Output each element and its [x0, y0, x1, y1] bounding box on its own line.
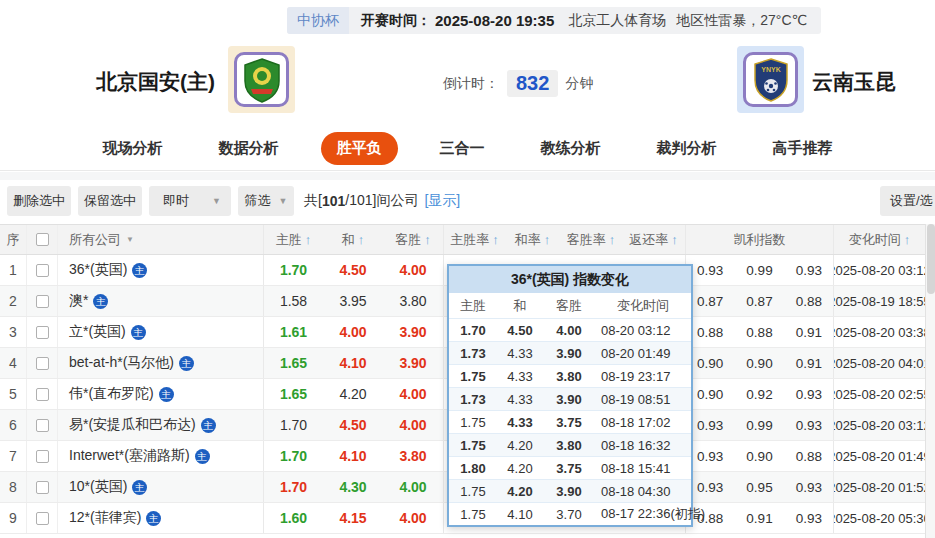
row-checkbox[interactable]: [36, 512, 49, 525]
delete-selected-button[interactable]: 删除选中: [7, 186, 71, 216]
tab-expert-picks[interactable]: 高手推荐: [759, 132, 847, 165]
row-checkbox[interactable]: [36, 295, 49, 308]
header-return-rate[interactable]: 返还率↑: [622, 225, 685, 254]
row-checkbox[interactable]: [36, 357, 49, 370]
sort-asc-icon[interactable]: ↑: [492, 232, 499, 247]
tab-three-in-one[interactable]: 三合一: [426, 132, 499, 165]
kelly-value: 0.93: [697, 480, 723, 495]
settings-button[interactable]: 设置/选: [880, 186, 935, 216]
sort-asc-icon[interactable]: ↑: [904, 232, 911, 247]
tab-coach-analysis[interactable]: 教练分析: [527, 132, 615, 165]
kelly-cell: 0.880.880.91: [685, 317, 833, 347]
company-name[interactable]: Interwet*(塞浦路斯): [69, 447, 190, 465]
company-name[interactable]: bet-at-h*(马尔他): [69, 354, 174, 372]
draw-odds: 4.50: [323, 410, 383, 440]
tab-referee-analysis[interactable]: 裁判分析: [643, 132, 731, 165]
header-home-rate[interactable]: 主胜率↑: [443, 225, 505, 254]
tab-data-analysis[interactable]: 数据分析: [205, 132, 293, 165]
away-shield-icon: YNYK: [752, 57, 790, 103]
kelly-value: 0.88: [746, 325, 772, 340]
home-odds: 1.70: [263, 472, 323, 502]
select-all-checkbox[interactable]: [36, 233, 49, 246]
popup-header-time: 变化时间: [595, 297, 691, 315]
popup-draw-odds: 4.20: [497, 438, 543, 453]
popup-draw-odds: 4.10: [497, 507, 543, 522]
row-checkbox-cell: [26, 410, 57, 440]
filter-dropdown[interactable]: 筛选 ▼: [238, 186, 294, 216]
row-checkbox[interactable]: [36, 326, 49, 339]
away-team-logo: YNYK: [737, 46, 804, 113]
kelly-cell: 0.930.990.93: [685, 255, 833, 285]
header-kelly: 凯利指数: [685, 225, 833, 254]
kelly-cell: 0.930.950.93: [685, 472, 833, 502]
popup-draw-odds: 4.20: [497, 461, 543, 476]
sort-asc-icon[interactable]: ↑: [609, 232, 616, 247]
show-link[interactable]: [显示]: [424, 192, 460, 210]
row-checkbox[interactable]: [36, 481, 49, 494]
company-cell: 伟*(直布罗陀)主: [57, 379, 263, 409]
header-draw-odds[interactable]: 和↑: [323, 225, 383, 254]
row-seq: 5: [0, 379, 26, 409]
header-draw-rate[interactable]: 和率↑: [505, 225, 560, 254]
keep-selected-button[interactable]: 保留选中: [78, 186, 142, 216]
header-company[interactable]: 所有公司 ▼: [57, 225, 263, 254]
popup-row: 1.754.333.7508-18 17:02: [449, 410, 691, 433]
draw-odds: 4.50: [323, 255, 383, 285]
row-checkbox[interactable]: [36, 264, 49, 277]
vertical-scrollbar[interactable]: [925, 224, 935, 538]
chevron-down-icon: ▼: [126, 235, 134, 244]
tab-live-analysis[interactable]: 现场分析: [89, 132, 177, 165]
chevron-down-icon: ▼: [212, 196, 221, 206]
row-seq: 3: [0, 317, 26, 347]
scrollbar-thumb[interactable]: [927, 224, 935, 294]
change-time: 2025-08-19 18:55: [833, 286, 925, 316]
main-company-badge-icon: 主: [201, 418, 216, 433]
company-name[interactable]: 立*(英国): [69, 323, 126, 341]
row-seq: 9: [0, 503, 26, 533]
header-away-rate[interactable]: 客胜率↑: [560, 225, 622, 254]
kickoff-time: 2025-08-20 19:35: [435, 12, 554, 29]
sort-asc-icon[interactable]: ↑: [424, 232, 431, 247]
company-name[interactable]: 36*(英国): [69, 261, 127, 279]
sort-asc-icon[interactable]: ↑: [305, 232, 312, 247]
kelly-value: 0.90: [697, 356, 723, 371]
header-change-time[interactable]: 变化时间↑: [833, 225, 925, 254]
countdown-value: 832: [507, 70, 558, 97]
header-home-odds[interactable]: 主胜↑: [263, 225, 323, 254]
kelly-value: 0.87: [746, 294, 772, 309]
header-seq: 序: [0, 225, 26, 254]
kelly-cell: 0.880.910.93: [685, 503, 833, 533]
company-name[interactable]: 易*(安提瓜和巴布达): [69, 416, 196, 434]
kelly-cell: 0.870.870.88: [685, 286, 833, 316]
kelly-value: 0.93: [796, 387, 822, 402]
popup-home-odds: 1.73: [449, 392, 497, 407]
company-name[interactable]: 澳*: [69, 292, 88, 310]
sort-asc-icon[interactable]: ↑: [544, 232, 551, 247]
row-checkbox-cell: [26, 255, 57, 285]
row-seq: 6: [0, 410, 26, 440]
realtime-dropdown[interactable]: 即时 ▼: [149, 186, 231, 216]
sort-asc-icon[interactable]: ↑: [358, 232, 365, 247]
row-checkbox[interactable]: [36, 419, 49, 432]
popup-draw-odds: 4.33: [497, 346, 543, 361]
away-odds: 3.90: [383, 348, 443, 378]
company-cell: 立*(英国)主: [57, 317, 263, 347]
header-away-odds[interactable]: 客胜↑: [383, 225, 443, 254]
popup-change-time: 08-20 01:49: [595, 346, 691, 361]
kelly-value: 0.90: [697, 387, 723, 402]
kelly-value: 0.92: [746, 387, 772, 402]
away-odds: 3.90: [383, 317, 443, 347]
row-checkbox[interactable]: [36, 388, 49, 401]
away-odds: 3.80: [383, 286, 443, 316]
popup-away-odds: 3.90: [543, 346, 595, 361]
sort-asc-icon[interactable]: ↑: [671, 232, 678, 247]
popup-row: 1.804.203.7508-18 15:41: [449, 456, 691, 479]
popup-change-time: 08-19 23:17: [595, 369, 691, 384]
company-name[interactable]: 伟*(直布罗陀): [69, 385, 154, 403]
company-name[interactable]: 10*(英国): [69, 478, 127, 496]
company-name[interactable]: 12*(菲律宾): [69, 509, 141, 527]
toolbar: 删除选中 保留选中 即时 ▼ 筛选 ▼ 共[101/101]间公司 [显示] 设…: [0, 186, 935, 216]
row-checkbox-cell: [26, 286, 57, 316]
row-checkbox[interactable]: [36, 450, 49, 463]
tab-win-draw-lose[interactable]: 胜平负: [321, 132, 398, 165]
